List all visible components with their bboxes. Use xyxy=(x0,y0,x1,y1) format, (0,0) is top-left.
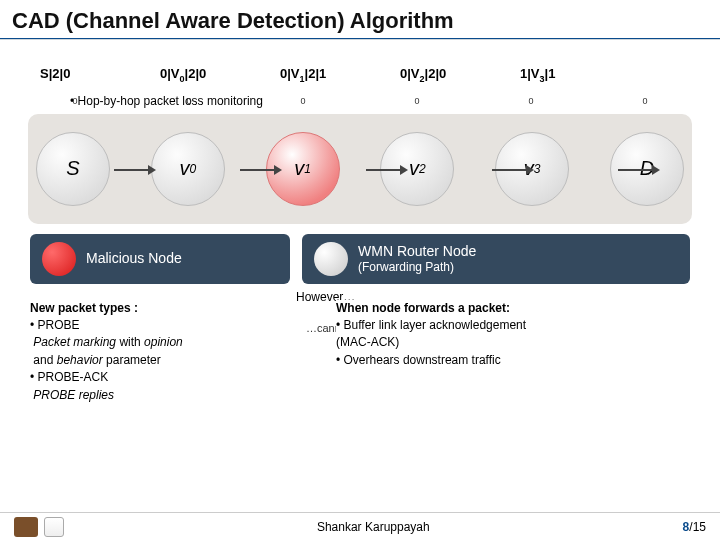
slide-title: CAD (Channel Aware Detection) Algorithm xyxy=(0,0,720,38)
footer-author: Shankar Karuppayah xyxy=(317,520,430,534)
node-v1-pre: v xyxy=(294,157,304,180)
lower-content: New packet types : • PROBE Packet markin… xyxy=(0,290,720,404)
node-v2-pre: v xyxy=(409,157,419,180)
pt-l3b: behavior xyxy=(57,353,103,367)
pt-l2c: opinion xyxy=(144,335,183,349)
pt-l2b: with xyxy=(116,335,144,349)
footer-logos xyxy=(14,517,64,537)
tick-1: 0 xyxy=(152,96,226,106)
pt-l5: PROBE replies xyxy=(33,388,114,402)
label-s: S|2|0 xyxy=(40,66,110,84)
packet-types-box: New packet types : • PROBE Packet markin… xyxy=(30,300,260,404)
legend-malicious-text: Malicious Node xyxy=(86,250,182,267)
forward-behavior-box: When node forwards a packet: • Buffer li… xyxy=(336,300,636,370)
node-s-label: S xyxy=(66,157,79,180)
packet-types-l4: • PROBE-ACK xyxy=(30,369,260,386)
node-v2-sub: 2 xyxy=(419,162,426,176)
label-v2-pre: 0|V xyxy=(400,66,420,81)
label-v1: 0|V1|2|1 xyxy=(280,66,350,84)
crest-logo-icon xyxy=(14,517,38,537)
tick-row: 0 0 0 0 0 0 xyxy=(38,96,682,106)
label-v0-pre: 0|V xyxy=(160,66,180,81)
legend-router: WMN Router Node (Forwarding Path) xyxy=(302,234,690,284)
label-v0-post: |2|0 xyxy=(185,66,207,81)
pt-l2a: Packet marking xyxy=(33,335,116,349)
page-total: 15 xyxy=(693,520,706,534)
footer-bar: Shankar Karuppayah 8/15 xyxy=(0,512,720,540)
node-v3-sub: 3 xyxy=(534,162,541,176)
topology-band: 0 0 0 0 0 0 S v0 v1 v2 v3 D xyxy=(28,114,692,224)
label-v3: 1|V3|1 xyxy=(520,66,590,84)
label-v2: 0|V2|2|0 xyxy=(400,66,470,84)
forward-l2: (MAC-ACK) xyxy=(336,334,636,351)
red-circle-icon xyxy=(42,242,76,276)
legend-router-l2: (Forwarding Path) xyxy=(358,260,476,274)
legend-row: Malicious Node WMN Router Node (Forwardi… xyxy=(30,234,690,284)
legend-router-text: WMN Router Node (Forwarding Path) xyxy=(358,243,476,274)
forward-l1: • Buffer link layer acknowledgement xyxy=(336,317,636,334)
legend-router-l1: WMN Router Node xyxy=(358,243,476,259)
packet-types-l5: PROBE replies xyxy=(30,387,260,404)
packet-types-l3: and behavior parameter xyxy=(30,352,260,369)
tick-2: 0 xyxy=(266,96,340,106)
legend-malicious: Malicious Node xyxy=(30,234,290,284)
arrow-icon xyxy=(240,169,276,171)
arrow-icon xyxy=(618,169,654,171)
node-v0-pre: v xyxy=(179,157,189,180)
probe-labels-row: S|2|0 0|V0|2|0 0|V1|2|1 0|V2|2|0 1|V3|1 xyxy=(0,50,720,90)
packet-types-l2: Packet marking with opinion xyxy=(30,334,260,351)
pt-l3a: and xyxy=(33,353,56,367)
secondary-logo-icon xyxy=(44,517,64,537)
node-v0-sub: 0 xyxy=(189,162,196,176)
packet-types-l1: • PROBE xyxy=(30,317,260,334)
arrow-icon xyxy=(492,169,528,171)
node-v1-sub: 1 xyxy=(304,162,311,176)
label-v2-post: |2|0 xyxy=(425,66,447,81)
tick-5: 0 xyxy=(608,96,682,106)
tick-0: 0 xyxy=(38,96,112,106)
packet-types-header: New packet types : xyxy=(30,300,260,317)
pt-l3c: parameter xyxy=(103,353,161,367)
node-v0: v0 xyxy=(151,132,225,206)
label-v3-pre: 1|V xyxy=(520,66,540,81)
label-v1-post: |2|1 xyxy=(305,66,327,81)
forward-l3: • Overhears downstream traffic xyxy=(336,352,636,369)
label-v0: 0|V0|2|0 xyxy=(160,66,230,84)
page-indicator: 8/15 xyxy=(683,520,706,534)
tick-4: 0 xyxy=(494,96,568,106)
label-v1-pre: 0|V xyxy=(280,66,300,81)
arrow-icon xyxy=(366,169,402,171)
node-s: S xyxy=(36,132,110,206)
arrow-icon xyxy=(114,169,150,171)
label-v3-post: |1 xyxy=(545,66,556,81)
grey-circle-icon xyxy=(314,242,348,276)
forward-header: When node forwards a packet: xyxy=(336,300,636,317)
title-underline xyxy=(0,38,720,40)
tick-3: 0 xyxy=(380,96,454,106)
